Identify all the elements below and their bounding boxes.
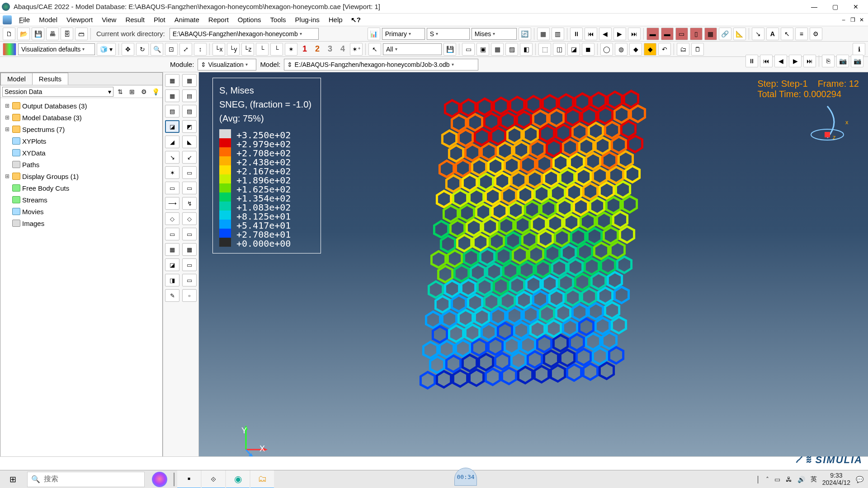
render-hidden-button[interactable]: ◫ bbox=[553, 43, 566, 56]
recording-badge[interactable]: 00:34 bbox=[454, 468, 477, 486]
window-close-button[interactable]: ✕ bbox=[845, 0, 866, 14]
toolbox-button[interactable]: ↘ bbox=[165, 151, 179, 164]
toolbox-button[interactable]: ✎ bbox=[165, 289, 179, 302]
toolbox-button[interactable]: ▭ bbox=[165, 228, 179, 240]
window-minimize-button[interactable]: — bbox=[804, 0, 825, 14]
mdi-close-icon[interactable]: ✕ bbox=[858, 16, 865, 23]
toolbox-button[interactable]: ◪ bbox=[165, 120, 179, 133]
menu-view[interactable]: View bbox=[97, 14, 121, 26]
anim-prev-button[interactable]: ◀ bbox=[599, 28, 612, 40]
select-arrow-button[interactable]: ↖ bbox=[781, 28, 793, 40]
viewport-1-button[interactable]: ▬ bbox=[646, 28, 659, 40]
save-button[interactable]: 💾 bbox=[32, 28, 44, 40]
frame-prev-button[interactable]: ◀ bbox=[774, 55, 787, 67]
color-code-button[interactable] bbox=[3, 43, 16, 56]
database-button[interactable]: 🗄 bbox=[61, 28, 73, 40]
cycle-views-button[interactable]: ↕ bbox=[194, 43, 207, 56]
toolbox-button[interactable]: ▦ bbox=[165, 243, 179, 256]
anim-last-button[interactable]: ⏭ bbox=[628, 28, 641, 40]
zoom-box-button[interactable]: ⊡ bbox=[165, 43, 178, 56]
frame-last-button[interactable]: ⏭ bbox=[803, 55, 816, 67]
toolbox-button[interactable]: ▭ bbox=[182, 258, 197, 271]
camera2-button[interactable]: 📷 bbox=[851, 55, 863, 67]
tab-results[interactable]: Results bbox=[32, 73, 68, 85]
dg-create-button[interactable]: ▭ bbox=[462, 43, 475, 56]
tree-node[interactable]: Movies bbox=[1, 206, 161, 217]
selection-combo[interactable]: All▾ bbox=[383, 43, 442, 55]
taskbar-abaqus-icon[interactable]: ⟐ bbox=[202, 470, 225, 488]
taskbar-edge-icon[interactable]: ◉ bbox=[226, 470, 250, 488]
camera-button[interactable]: 📷 bbox=[836, 55, 849, 67]
zoom-button[interactable]: 🔍 bbox=[151, 43, 163, 56]
view-custom-button[interactable]: ✶ bbox=[285, 43, 297, 56]
session-light-button[interactable]: 💡 bbox=[151, 87, 160, 97]
save-view-button[interactable]: ✶⁺ bbox=[350, 43, 363, 56]
taskbar-search[interactable]: 🔍 搜索 bbox=[27, 472, 145, 487]
dg-intersect-button[interactable]: ◧ bbox=[520, 43, 533, 56]
odb-button[interactable]: 🗃 bbox=[75, 28, 88, 40]
toolbox-button[interactable]: ▭ bbox=[182, 228, 197, 240]
annotation-text-button[interactable]: A bbox=[766, 28, 779, 40]
tree-node[interactable]: Images bbox=[1, 217, 161, 229]
rotate-button[interactable]: ↻ bbox=[136, 43, 149, 56]
tree-node[interactable]: Paths bbox=[1, 159, 161, 170]
viewport-2-button[interactable]: ▬ bbox=[661, 28, 674, 40]
taskbar-cortana-icon[interactable] bbox=[152, 472, 167, 487]
view-xz-button[interactable]: └y bbox=[227, 43, 240, 56]
render-wire-button[interactable]: ⬚ bbox=[538, 43, 551, 56]
view-3-button[interactable]: 3 bbox=[325, 43, 335, 56]
tray-overflow-icon[interactable]: ˄ bbox=[766, 476, 769, 483]
list-button[interactable]: ≡ bbox=[795, 28, 808, 40]
viewport-2v-button[interactable]: ▯ bbox=[690, 28, 703, 40]
toolbox-button[interactable]: ▤ bbox=[182, 89, 197, 102]
toolbox-button[interactable]: ◩ bbox=[182, 120, 197, 133]
new-file-button[interactable]: 🗋 bbox=[3, 28, 15, 40]
menu-options[interactable]: Options bbox=[233, 14, 266, 26]
toolbox-button[interactable]: ✶ bbox=[165, 166, 179, 179]
menu-plot[interactable]: Plot bbox=[149, 14, 170, 26]
dg-replace-button[interactable]: ▣ bbox=[476, 43, 489, 56]
toolbox-button[interactable]: ▦ bbox=[182, 243, 197, 256]
tray-network-icon[interactable]: 🖧 bbox=[786, 476, 792, 483]
menu-model[interactable]: Model bbox=[34, 14, 62, 26]
menu-report[interactable]: Report bbox=[204, 14, 233, 26]
annotation-button[interactable]: 🗒 bbox=[691, 43, 704, 56]
toolbox-button[interactable]: ▫ bbox=[182, 289, 197, 302]
undo-button[interactable]: ↶ bbox=[658, 43, 671, 56]
translucency-button[interactable]: ◯ bbox=[600, 43, 613, 56]
menu-file[interactable]: File bbox=[14, 14, 34, 26]
toolbox-button[interactable]: ◇ bbox=[165, 212, 179, 225]
toolbox-button[interactable]: ◢ bbox=[165, 136, 179, 148]
toolbox-button[interactable]: ↙ bbox=[182, 151, 197, 164]
tray-notifications-icon[interactable]: 💬 bbox=[856, 476, 863, 483]
field-output-icon[interactable]: 📊 bbox=[368, 28, 380, 40]
toolbox-button[interactable]: ◇ bbox=[182, 212, 197, 225]
anim-next-button[interactable]: ▶ bbox=[613, 28, 626, 40]
view-yz-button[interactable]: └z bbox=[241, 43, 254, 56]
tree-node[interactable]: ⊞Output Databases (3) bbox=[1, 100, 161, 112]
toolbox-button[interactable]: ▦ bbox=[165, 89, 179, 102]
toolbox-button[interactable]: ⟶ bbox=[165, 197, 179, 210]
session-tools-button[interactable]: ⚙ bbox=[139, 87, 149, 97]
measure-button[interactable]: ↘ bbox=[752, 28, 764, 40]
view-4-button[interactable]: 4 bbox=[337, 43, 348, 56]
frame-next-button[interactable]: ▶ bbox=[789, 55, 802, 67]
start-button[interactable]: ⊞ bbox=[0, 470, 25, 488]
parallel-button[interactable]: ▥ bbox=[552, 28, 564, 40]
copy-viewport-button[interactable]: ⎘ bbox=[822, 55, 835, 67]
menu-plugins[interactable]: Plug-ins bbox=[291, 14, 324, 26]
taskbar-terminal-icon[interactable]: ▪ bbox=[177, 470, 201, 488]
print-button[interactable]: 🖶 bbox=[46, 28, 59, 40]
session-up-button[interactable]: ⇅ bbox=[115, 87, 125, 97]
toolbox-button[interactable]: ▭ bbox=[182, 274, 197, 286]
dg-remove-button[interactable]: ▨ bbox=[505, 43, 518, 56]
tray-volume-icon[interactable]: 🔊 bbox=[797, 476, 805, 483]
open-file-button[interactable]: 📂 bbox=[17, 28, 30, 40]
session-data-field[interactable]: Session Data ▾ bbox=[2, 87, 113, 97]
probe-button[interactable]: 📐 bbox=[733, 28, 746, 40]
menu-help[interactable]: Help bbox=[324, 14, 347, 26]
toolbox-button[interactable]: ◣ bbox=[182, 136, 197, 148]
whats-this-icon[interactable]: ↖? bbox=[351, 16, 361, 24]
field-scope-combo[interactable]: Primary▾ bbox=[382, 28, 425, 40]
toolbox-button[interactable]: ▭ bbox=[165, 182, 179, 194]
